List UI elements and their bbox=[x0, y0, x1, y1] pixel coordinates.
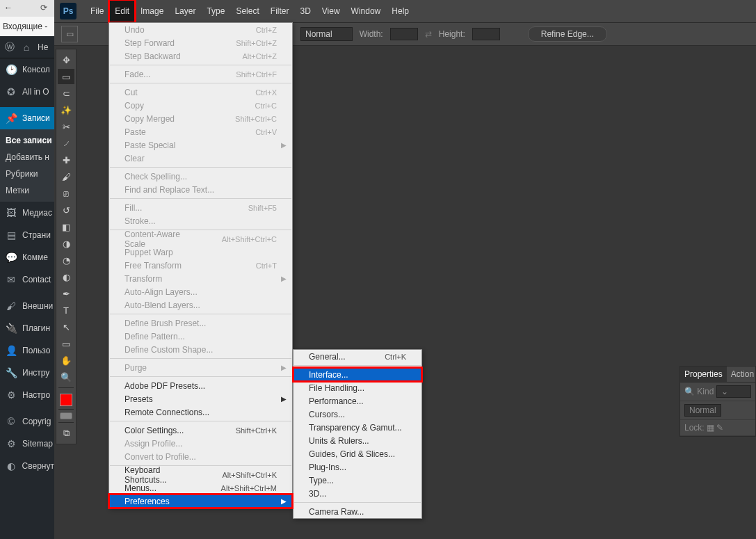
edit-menu-item[interactable]: Presets▶ bbox=[109, 392, 292, 405]
wp-menu-item[interactable]: 💬Комме bbox=[0, 246, 54, 268]
menu-item-label: 3D... bbox=[309, 489, 406, 499]
menu-item-label: Camera Raw... bbox=[309, 507, 406, 517]
menu-select[interactable]: Select bbox=[230, 0, 264, 22]
gradient-tool[interactable]: ◑ bbox=[58, 236, 74, 251]
wp-menu-item[interactable]: ✉Contact bbox=[0, 268, 54, 291]
wp-submenu-item[interactable]: Метки bbox=[6, 182, 54, 199]
preferences-menu-item[interactable]: Transparency & Gamut... bbox=[293, 421, 421, 434]
preferences-menu-item[interactable]: File Handling... bbox=[293, 381, 421, 394]
type-tool[interactable]: T bbox=[58, 303, 74, 318]
edit-menu-item: PasteCtrl+V bbox=[109, 125, 292, 138]
wp-menu-icon: ⚙ bbox=[6, 389, 17, 401]
style-select[interactable]: Normal bbox=[300, 27, 353, 41]
edit-menu-item: Clear bbox=[109, 152, 292, 165]
kind-select[interactable]: ⌄ bbox=[716, 385, 751, 398]
lock-icon[interactable]: ▦ bbox=[707, 423, 714, 433]
eyedrop-tool[interactable]: ⟋ bbox=[58, 136, 74, 151]
screen-mode-icon[interactable]: ⧉ bbox=[58, 426, 74, 441]
crop-tool[interactable]: ✂ bbox=[58, 119, 74, 134]
wp-menu-item[interactable]: 👤Пользо bbox=[0, 339, 54, 362]
wp-menu-item[interactable]: ✪All in O bbox=[0, 81, 54, 103]
lasso-tool[interactable]: ⊂ bbox=[58, 86, 74, 101]
menu-layer[interactable]: Layer bbox=[169, 0, 201, 22]
edit-menu-item: Copy MergedShift+Ctrl+C bbox=[109, 112, 292, 125]
wp-menu-item[interactable]: ⚙Настро bbox=[0, 384, 54, 406]
lock-pixels-icon[interactable]: ✎ bbox=[716, 423, 723, 433]
menu-filter[interactable]: Filter bbox=[265, 0, 295, 22]
edit-menu-item[interactable]: Remote Connections... bbox=[109, 405, 292, 419]
tab-properties[interactable]: Properties bbox=[680, 367, 727, 382]
edit-menu-item[interactable]: Preferences▶ bbox=[109, 494, 292, 508]
wp-menu-icon: 👤 bbox=[6, 345, 17, 356]
marquee-tool[interactable]: ▭ bbox=[58, 69, 74, 84]
hand-tool[interactable]: ✋ bbox=[58, 353, 74, 368]
menu-item-shortcut: Ctrl+K bbox=[385, 353, 406, 361]
edit-menu-item[interactable]: Adobe PDF Presets... bbox=[109, 379, 292, 392]
wp-menu-item[interactable]: ©Copyrig bbox=[0, 410, 54, 433]
menu-view[interactable]: View bbox=[316, 0, 346, 22]
menu-help[interactable]: Help bbox=[386, 0, 415, 22]
edit-menu-item: Auto-Align Layers... bbox=[109, 285, 292, 298]
wp-submenu-item[interactable]: Рубрики bbox=[6, 166, 54, 182]
browser-back-icon[interactable]: ← bbox=[4, 3, 15, 14]
preferences-menu-item[interactable]: Interface... bbox=[293, 368, 421, 381]
wp-menu-item[interactable]: 🖌Внешни bbox=[0, 295, 54, 317]
menu-item-label: Paste Special bbox=[124, 140, 277, 150]
menu-type[interactable]: Type bbox=[201, 0, 230, 22]
edit-menu-item[interactable]: Keyboard Shortcuts...Alt+Shift+Ctrl+K bbox=[109, 468, 292, 481]
shape-tool[interactable]: ▭ bbox=[58, 336, 74, 351]
zoom-tool[interactable]: 🔍 bbox=[58, 369, 74, 385]
heal-tool[interactable]: ✚ bbox=[58, 152, 74, 168]
edit-menu-item[interactable]: Menus...Alt+Shift+Ctrl+M bbox=[109, 481, 292, 494]
preferences-menu-item[interactable]: General...Ctrl+K bbox=[293, 350, 421, 363]
pen-tool[interactable]: ✒ bbox=[58, 286, 74, 301]
wp-admin-bar[interactable]: ⓦ ⌂ Не bbox=[0, 36, 54, 58]
menu-file[interactable]: File bbox=[85, 0, 109, 22]
preferences-menu-item[interactable]: Units & Rulers... bbox=[293, 434, 421, 447]
wp-menu-item[interactable]: 📌Записи bbox=[0, 107, 54, 129]
preferences-menu-item[interactable]: Plug-Ins... bbox=[293, 460, 421, 474]
blend-mode-select[interactable]: Normal bbox=[684, 404, 721, 417]
brush-tool[interactable]: 🖌 bbox=[58, 169, 74, 184]
menu-item-label: Copy bbox=[124, 101, 233, 111]
wp-menu-item[interactable]: ◐Свернут bbox=[0, 455, 54, 477]
wp-menu-item[interactable]: 🔌Плагин bbox=[0, 317, 54, 339]
preferences-menu-item[interactable]: Cursors... bbox=[293, 408, 421, 421]
preferences-menu-item[interactable]: Type... bbox=[293, 474, 421, 487]
wand-tool[interactable]: ✨ bbox=[58, 102, 74, 118]
wp-menu-item[interactable]: 🕑Консол bbox=[0, 58, 54, 81]
wp-menu-item[interactable]: ▤Страни bbox=[0, 224, 54, 246]
wp-submenu-item[interactable]: Все записи bbox=[6, 132, 54, 149]
wp-menu-item[interactable]: ⚙Sitemap bbox=[0, 433, 54, 455]
browser-refresh-icon[interactable]: ⟳ bbox=[40, 3, 47, 13]
menu-3d[interactable]: 3D bbox=[294, 0, 316, 22]
wp-submenu-item[interactable]: Добавить н bbox=[6, 149, 54, 166]
path-tool[interactable]: ↖ bbox=[58, 319, 74, 335]
marquee-tool-icon[interactable]: ▭ bbox=[61, 26, 78, 42]
eraser-tool[interactable]: ◧ bbox=[58, 219, 74, 234]
preferences-menu-item[interactable]: Guides, Grid & Slices... bbox=[293, 447, 421, 460]
history-tool[interactable]: ↺ bbox=[58, 202, 74, 218]
dodge-tool[interactable]: ◐ bbox=[58, 269, 74, 284]
refine-edge-button[interactable]: Refine Edge... bbox=[528, 26, 607, 42]
foreground-color-swatch[interactable] bbox=[60, 394, 72, 406]
search-icon: 🔍 bbox=[684, 387, 695, 396]
preferences-menu-item[interactable]: 3D... bbox=[293, 487, 421, 500]
stamp-tool[interactable]: ⎚ bbox=[58, 186, 74, 201]
edit-menu-item: Fill...Shift+F5 bbox=[109, 201, 292, 214]
edit-menu-item[interactable]: Color Settings...Shift+Ctrl+K bbox=[109, 424, 292, 437]
menu-item-shortcut: Shift+F5 bbox=[248, 204, 277, 212]
wp-menu-item[interactable]: 🖾Медиас bbox=[0, 202, 54, 224]
wp-menu-item[interactable]: 🔧Инстру bbox=[0, 362, 54, 384]
quickmask-toggle[interactable] bbox=[60, 412, 72, 419]
preferences-menu-item[interactable]: Performance... bbox=[293, 394, 421, 408]
browser-tab[interactable]: Входящие - bbox=[0, 17, 54, 36]
wp-menu-icon: © bbox=[6, 416, 17, 427]
blur-tool[interactable]: ◔ bbox=[58, 252, 74, 268]
tab-actions[interactable]: Action bbox=[727, 367, 756, 382]
move-tool[interactable]: ✥ bbox=[58, 52, 74, 67]
preferences-menu-item[interactable]: Camera Raw... bbox=[293, 505, 421, 518]
menu-window[interactable]: Window bbox=[346, 0, 387, 22]
menu-edit[interactable]: Edit bbox=[109, 0, 135, 22]
menu-image[interactable]: Image bbox=[135, 0, 169, 22]
